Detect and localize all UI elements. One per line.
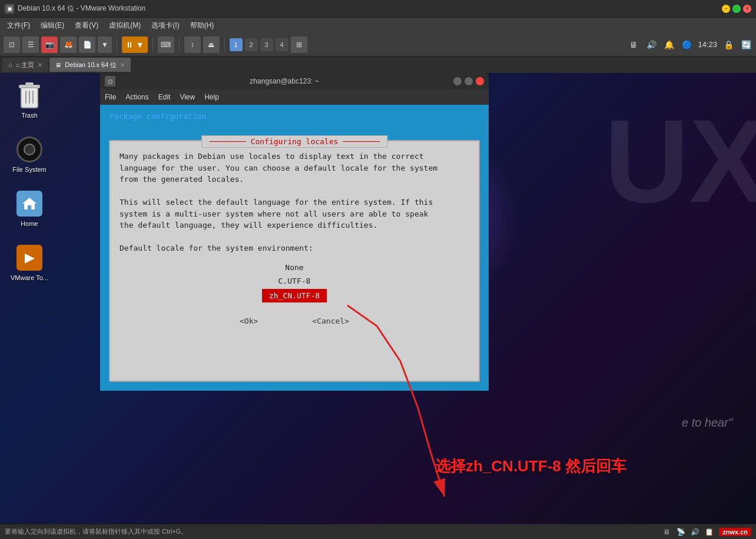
tray-monitor-icon[interactable]: 🖥 xyxy=(627,38,640,51)
dialog-buttons: <Ok> <Cancel> xyxy=(120,314,469,328)
menu-edit[interactable]: 编辑(E) xyxy=(36,19,69,32)
dialog-body-6: system is a multi-user system where not … xyxy=(120,209,428,218)
tab-vm-close[interactable]: ✕ xyxy=(120,62,125,68)
menu-help[interactable]: 帮助(H) xyxy=(185,19,219,32)
dialog-content: Many packages in Debian use locales to d… xyxy=(110,141,479,338)
vmware-tools-icon-item[interactable]: ▶ VMware To... xyxy=(6,241,53,284)
menu-file[interactable]: 文件(F) xyxy=(2,19,35,32)
statusbar-icon-3[interactable]: 🔊 xyxy=(689,527,700,537)
titlebar: ▣ Debian 10.x 64 位 - VMware Workstation … xyxy=(0,0,756,18)
desktop-icons: Trash File System Home xyxy=(6,79,53,284)
toolbar-view-4[interactable]: 4 xyxy=(276,38,289,51)
menu-vm[interactable]: 虚拟机(M) xyxy=(104,19,145,32)
statusbar-icon-2[interactable]: 📡 xyxy=(675,527,686,537)
dialog-ok-button[interactable]: <Ok> xyxy=(236,314,261,328)
toolbar-send-keys-button[interactable]: ⌨ xyxy=(158,36,174,53)
menu-tabs[interactable]: 选项卡(I) xyxy=(147,19,184,32)
tray-sync-icon[interactable]: 🔄 xyxy=(740,38,752,51)
tray-network-icon[interactable]: 🔵 xyxy=(680,38,693,51)
pkg-config-dialog: ──────── Configuring locales ──────── Ma… xyxy=(109,140,480,382)
dialog-body-9: Default locale for the system environmen… xyxy=(120,244,313,252)
terminal-menu-file[interactable]: File xyxy=(105,93,116,101)
toolbar-multimonitor-button[interactable]: ⊞ xyxy=(291,36,307,53)
pkg-config-header: Package configuration xyxy=(105,109,484,123)
tray-notification-icon[interactable]: 🔔 xyxy=(662,38,675,51)
locale-zhcn-selected[interactable]: zh_CN.UTF-8 xyxy=(262,289,327,303)
dialog-body-5: This will select the default language fo… xyxy=(120,198,433,207)
terminal-close-button[interactable] xyxy=(453,77,462,85)
filesystem-icon-item[interactable]: File System xyxy=(6,133,53,175)
toolbar-removable-button[interactable]: ⏏ xyxy=(203,36,220,53)
window-close-button[interactable]: ✕ xyxy=(743,5,751,13)
kali-quote: e to hear" xyxy=(682,416,732,430)
terminal-window: ⊡ zhangsan@abc123: ~ File Actions Edit V… xyxy=(100,73,489,391)
terminal-menu-actions[interactable]: Actions xyxy=(125,93,148,101)
locale-cutf8[interactable]: C.UTF-8 xyxy=(274,275,316,288)
locale-none[interactable]: None xyxy=(280,261,308,274)
toolbar-pause-button[interactable]: ⏸ ▼ xyxy=(122,36,148,53)
home-shape xyxy=(16,191,42,217)
vmware-toolbar: ⊡ ☰ 📷 🦊 📄 ▼ ⏸ ▼ ⌨ ↕ ⏏ 1 2 3 4 ⊞ 🖥 🔊 🔔 🔵 … xyxy=(0,33,756,56)
home-icon-item[interactable]: Home xyxy=(6,187,53,229)
toolbar-browser-button[interactable]: 🦊 xyxy=(60,36,77,53)
dialog-title-text: Configuring locales xyxy=(251,137,339,146)
statusbar-hint: 要将输入定向到该虚拟机，请将鼠标指针移入其中或按 Ctrl+G。 xyxy=(5,527,187,536)
trash-lines xyxy=(22,88,37,107)
titlebar-controls: ─ □ ✕ xyxy=(722,5,751,13)
terminal-menu-edit[interactable]: Edit xyxy=(158,93,171,101)
toolbar-snapshot-button[interactable]: 📷 xyxy=(41,36,58,53)
toolbar-separator-3 xyxy=(179,38,180,52)
toolbar-view-1[interactable]: 1 xyxy=(230,38,243,51)
trash-icon-item[interactable]: Trash xyxy=(6,79,53,121)
terminal-menu-help[interactable]: Help xyxy=(204,93,219,101)
toolbar-files-button[interactable]: 📄 xyxy=(79,36,95,53)
tab-vm-icon: 🖥 xyxy=(55,62,61,68)
toolbar-view-2[interactable]: 2 xyxy=(245,38,258,51)
window-maximize-button[interactable]: □ xyxy=(732,5,741,13)
tray-volume-icon[interactable]: 🔊 xyxy=(645,38,658,51)
tray-lock-icon[interactable]: 🔒 xyxy=(722,38,735,51)
statusbar: 要将输入定向到该虚拟机，请将鼠标指针移入其中或按 Ctrl+G。 🖥 📡 🔊 📋… xyxy=(0,524,756,539)
znwx-logo: znwx.cn xyxy=(719,528,751,536)
vmware-menubar: 文件(F) 编辑(E) 查看(V) 虚拟机(M) 选项卡(I) 帮助(H) xyxy=(0,18,756,33)
annotation-text-label: 选择zh_CN.UTF-8 然后回车 xyxy=(435,457,626,475)
toolbar-more-button[interactable]: ▼ xyxy=(98,36,112,53)
filesystem-inner xyxy=(24,144,35,155)
terminal-title: zhangsan@abc123: ~ xyxy=(115,77,453,85)
terminal-content: Package configuration ──────── Configuri… xyxy=(100,105,489,391)
trash-label: Trash xyxy=(21,112,38,119)
dialog-body-1: Many packages in Debian use locales to d… xyxy=(120,152,424,161)
tab-home-label: ⌂ 主页 xyxy=(16,61,35,69)
trash-icon-image xyxy=(15,81,44,109)
toolbar-settings-button[interactable]: ☰ xyxy=(22,36,39,53)
dialog-body-3: from the generated locales. xyxy=(120,175,244,184)
terminal-menubar: File Actions Edit View Help xyxy=(100,89,489,105)
terminal-window-controls xyxy=(453,77,484,85)
toolbar-separator-4 xyxy=(224,38,225,52)
trash-shape xyxy=(19,82,40,108)
toolbar-usb-button[interactable]: ↕ xyxy=(184,36,201,53)
tab-home[interactable]: ⌂ ⌂ 主页 ✕ xyxy=(2,58,48,72)
titlebar-title: Debian 10.x 64 位 - VMware Workstation xyxy=(18,4,145,14)
home-icon-image xyxy=(15,189,44,218)
tab-home-close[interactable]: ✕ xyxy=(38,62,42,68)
filesystem-label: File System xyxy=(12,166,46,173)
toolbar-view-3[interactable]: 3 xyxy=(260,38,273,51)
terminal-menu-view[interactable]: View xyxy=(180,93,195,101)
statusbar-icon-1[interactable]: 🖥 xyxy=(661,527,672,537)
statusbar-right: 🖥 📡 🔊 📋 znwx.cn xyxy=(661,527,751,537)
statusbar-icon-4[interactable]: 📋 xyxy=(704,527,714,537)
terminal-minimize-button[interactable] xyxy=(465,77,473,85)
terminal-maximize-button[interactable] xyxy=(476,77,484,85)
tab-vm[interactable]: 🖥 Debian 10.x 64 位 ✕ xyxy=(49,58,131,72)
terminal-expand-button[interactable]: ⊡ xyxy=(105,76,115,86)
vmware-tools-shape: ▶ xyxy=(16,245,42,271)
window-minimize-button[interactable]: ─ xyxy=(722,5,730,13)
dialog-cancel-button[interactable]: <Cancel> xyxy=(309,314,353,328)
desktop: UX e to hear" Tr xyxy=(0,73,756,524)
dialog-body-2: language for the user. You can choose a … xyxy=(120,164,437,172)
toolbar-power-button[interactable]: ⊡ xyxy=(4,36,20,53)
filesystem-icon-image xyxy=(15,135,44,164)
titlebar-left: ▣ Debian 10.x 64 位 - VMware Workstation xyxy=(5,4,145,14)
menu-view[interactable]: 查看(V) xyxy=(70,19,103,32)
